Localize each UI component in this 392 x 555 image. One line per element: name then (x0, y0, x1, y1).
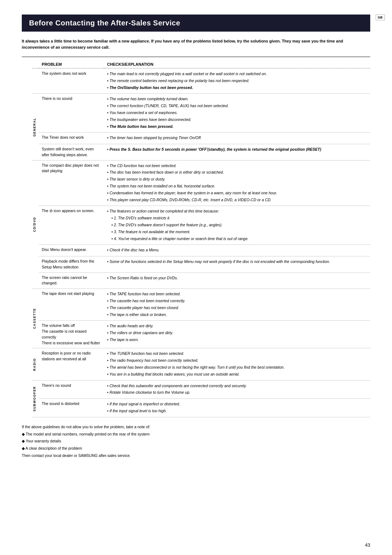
problem-cell: The system does not work (39, 68, 104, 94)
checks-cell: The audio heads are dirty.The rollers or… (104, 321, 370, 348)
checks-cell: The timer has been stopped by pressing T… (104, 133, 370, 144)
problem-cell: The screen ratio cannot be changed. (39, 272, 104, 289)
table-row: The Timer does not workThe timer has bee… (32, 133, 370, 144)
page-number: 43 (365, 542, 370, 548)
table-row: Disc Menu doesn't appear.Check if the di… (32, 245, 370, 256)
page-title: Before Contacting the After-Sales Servic… (22, 15, 370, 32)
problem-cell: The sound is distorted (39, 399, 104, 417)
table-row: System still doesn't work, even after fo… (32, 144, 370, 161)
problem-cell: Playback mode differs from the Setup Men… (39, 256, 104, 273)
problem-cell: Disc Menu doesn't appear. (39, 245, 104, 256)
checks-cell: Some of the functions selected in the Se… (104, 256, 370, 273)
checks-col-header: CHECKS/EXPLANATION (104, 61, 370, 68)
footer-outro: Then contact your local dealer or SAMSUN… (22, 453, 370, 459)
problem-cell: System still doesn't work, even after fo… (39, 144, 104, 161)
problem-cell: The Timer does not work (39, 133, 104, 144)
checks-cell: The volume has been completely turned do… (104, 94, 370, 133)
table-row: Playback mode differs from the Setup Men… (32, 256, 370, 273)
checks-cell: The TUNER function has not been selected… (104, 348, 370, 380)
table-row: The sound is distortedIf the input signa… (32, 399, 370, 417)
footer-item-2: Your warranty details (22, 438, 370, 445)
table-row: The volume falls offThe cassette is not … (32, 321, 370, 348)
checks-cell: The CD function has not been selected.Th… (104, 160, 370, 206)
intro-text: It always takes a little time to become … (22, 38, 370, 50)
checks-cell: If the input signal is imperfect or dist… (104, 399, 370, 417)
table-row: The system does not workThe main lead is… (32, 68, 370, 94)
checks-cell: The main lead is not correctly plugged i… (104, 68, 370, 94)
checks-cell: The Screen Ratio is fixed on your DVDs. (104, 272, 370, 289)
problem-cell: The compact disc player does not start p… (39, 160, 104, 206)
side-labels-area (22, 61, 32, 417)
problem-cell: There's no sound (39, 380, 104, 399)
footer-section: If the above guidelines do not allow you… (22, 424, 370, 459)
checks-cell: Check that this subwoofer and components… (104, 380, 370, 399)
problem-cell: There is no sound (39, 94, 104, 133)
table-row: The ⊘ icon appears on screen.The feature… (32, 206, 370, 245)
checks-cell: Check if the disc has a Menu. (104, 245, 370, 256)
troubleshooting-table: PROBLEM CHECKS/EXPLANATION The system do… (32, 61, 370, 417)
problem-cell: The ⊘ icon appears on screen. (39, 206, 104, 245)
problem-cell: Reception is poor or no radio stations a… (39, 348, 104, 380)
gb-badge: GB (376, 15, 385, 20)
table-row: GENERALThere is no soundThe volume has b… (32, 94, 370, 133)
table-row: RADIOReception is poor or no radio stati… (32, 348, 370, 380)
checks-cell: Press the S. Bass button for 5 seconds i… (104, 144, 370, 161)
problem-cell: The volume falls offThe cassette is not … (39, 321, 104, 348)
table-row: The screen ratio cannot be changed.The S… (32, 272, 370, 289)
footer-item-3: A clear description of the problem (22, 445, 370, 452)
footer-item-1: The model and serial numbers, normally p… (22, 431, 370, 438)
table-row: SUBWOOFERThere's no soundCheck that this… (32, 380, 370, 399)
checks-cell: The features or action cannot be complet… (104, 206, 370, 245)
table-row: CASSETTEThe tape does not start playingT… (32, 289, 370, 321)
checks-cell: The TAPE function has not been selected.… (104, 289, 370, 321)
footer-intro: If the above guidelines do not allow you… (22, 424, 370, 430)
table-row: CD/DVDThe compact disc player does not s… (32, 160, 370, 206)
problem-cell: The tape does not start playing (39, 289, 104, 321)
problem-col-header: PROBLEM (39, 61, 104, 68)
